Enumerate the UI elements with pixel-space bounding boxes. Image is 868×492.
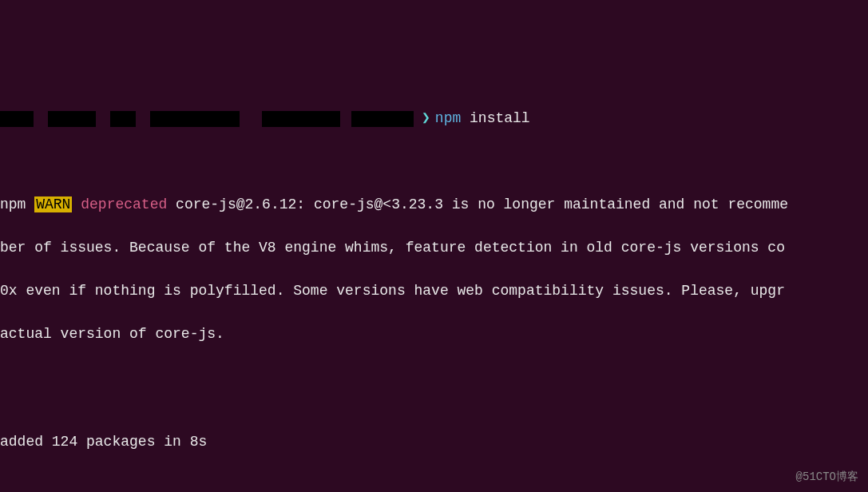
redacted-segment bbox=[0, 111, 34, 127]
watermark: @51CTO博客 bbox=[796, 469, 858, 486]
warn-badge: WARN bbox=[34, 196, 72, 212]
npm-warn-line-1: npm WARN deprecated core-js@2.6.12: core… bbox=[0, 194, 868, 216]
redacted-segment bbox=[262, 111, 340, 127]
command-name: npm bbox=[435, 108, 461, 129]
warn-text: core-js@2.6.12: core-js@<3.23.3 is no lo… bbox=[176, 196, 788, 212]
npm-warn-line-2: ber of issues. Because of the V8 engine … bbox=[0, 237, 868, 259]
prompt-line-1[interactable]: ❯ npm install bbox=[0, 108, 868, 129]
deprecated-label: deprecated bbox=[81, 196, 167, 212]
npm-warn-line-3: 0x even if nothing is polyfilled. Some v… bbox=[0, 280, 868, 302]
redacted-segment bbox=[48, 111, 96, 127]
added-packages-line: added 124 packages in 8s bbox=[0, 431, 868, 453]
npm-warn-line-4: actual version of core-js. bbox=[0, 323, 868, 345]
redacted-segment bbox=[110, 111, 136, 127]
redacted-segment bbox=[351, 111, 414, 127]
npm-label: npm bbox=[0, 196, 26, 212]
redacted-segment bbox=[150, 111, 240, 127]
prompt-arrow-icon: ❯ bbox=[422, 108, 430, 129]
command-arg: install bbox=[470, 108, 530, 129]
